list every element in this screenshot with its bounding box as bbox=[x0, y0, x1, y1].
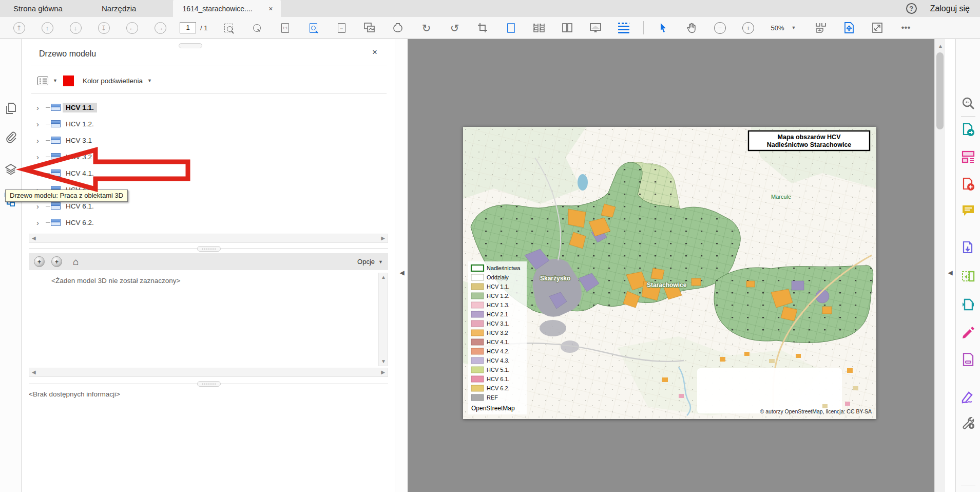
tab-home[interactable]: Strona główna bbox=[1, 0, 75, 17]
zoom-in-button[interactable]: + bbox=[739, 19, 757, 36]
expand-chevron-icon[interactable]: › bbox=[36, 136, 46, 145]
panel-resize-handle[interactable] bbox=[179, 43, 202, 48]
select-tool-button[interactable] bbox=[655, 19, 672, 36]
tab-tools[interactable]: Narzędzia bbox=[89, 0, 149, 17]
scroll-left-icon[interactable]: ◀ bbox=[32, 236, 36, 241]
page-number-input[interactable]: 1 bbox=[180, 22, 196, 33]
certificates-button[interactable] bbox=[962, 390, 975, 404]
fit-width-icon: ↔ bbox=[338, 23, 345, 33]
tree-item[interactable]: ›HCV 1.1. bbox=[36, 99, 97, 116]
expand-chevron-icon[interactable]: › bbox=[36, 169, 46, 178]
tree-item[interactable]: ›HCV 4.1. bbox=[36, 165, 97, 181]
panel-splitter-2[interactable] bbox=[29, 381, 388, 387]
more-tools-button[interactable] bbox=[962, 416, 975, 429]
expand-chevron-icon[interactable]: › bbox=[36, 153, 46, 161]
marquee-zoom-button[interactable] bbox=[220, 19, 237, 36]
scroll-up-icon[interactable]: ▲ bbox=[381, 275, 386, 280]
object-data-button[interactable] bbox=[389, 19, 407, 36]
scroll-left-icon[interactable]: ◀ bbox=[32, 370, 36, 375]
read-mode-button[interactable] bbox=[869, 19, 886, 36]
tree-item[interactable]: ›HCV 3.2 bbox=[36, 148, 95, 165]
panel-close-icon[interactable]: × bbox=[372, 47, 377, 58]
edit-pdf-button[interactable] bbox=[962, 150, 975, 163]
tab-close-icon[interactable]: × bbox=[267, 5, 274, 13]
panel-splitter[interactable] bbox=[29, 246, 388, 252]
next-page-button[interactable]: ↓ bbox=[67, 19, 84, 36]
previous-view-button[interactable]: ← bbox=[123, 19, 141, 36]
scroll-up-icon[interactable]: ▲ bbox=[938, 43, 943, 49]
map-legend: Nadleśnictwa Oddziały HCV 1.1. HCV 1.2. … bbox=[468, 261, 527, 414]
tree-item[interactable]: ›HCV 3.1 bbox=[36, 132, 95, 148]
fill-sign-button[interactable] bbox=[962, 326, 975, 339]
dynamic-zoom-button[interactable] bbox=[248, 19, 265, 36]
splitter-handle[interactable] bbox=[197, 246, 221, 252]
search-tool-button[interactable] bbox=[962, 97, 975, 110]
highlight-color-caret-icon[interactable]: ▼ bbox=[147, 78, 152, 83]
tree-item[interactable]: ›HCV 1.2. bbox=[36, 116, 97, 132]
document-vertical-scrollbar[interactable]: ▲ bbox=[934, 39, 945, 492]
legend-label: HCV 1.2. bbox=[487, 293, 510, 299]
tree-item[interactable]: ›HCV 6.2. bbox=[36, 214, 97, 231]
more-tools-menu[interactable]: ••• bbox=[897, 19, 914, 36]
expand-chevron-icon[interactable]: › bbox=[36, 120, 46, 128]
blue-page-icon bbox=[507, 23, 515, 33]
next-view-button[interactable]: → bbox=[151, 19, 169, 36]
two-page-view-button[interactable] bbox=[559, 19, 576, 36]
rotate-clockwise-button[interactable]: ↻ bbox=[417, 19, 435, 36]
page-thumbnails-button[interactable] bbox=[4, 102, 17, 116]
edit-images-button[interactable] bbox=[361, 19, 378, 36]
zoom-out-button[interactable]: − bbox=[711, 19, 728, 36]
scroll-down-icon[interactable]: ▼ bbox=[381, 359, 386, 364]
orbit-previous-icon[interactable]: + bbox=[34, 256, 45, 267]
create-pdf-button[interactable] bbox=[962, 178, 975, 191]
hand-tool-button[interactable] bbox=[683, 19, 700, 36]
options-menu[interactable]: Opcje ▼ bbox=[357, 258, 383, 266]
collapse-left-panel-button[interactable]: ◀ bbox=[396, 265, 408, 280]
highlight-color-swatch[interactable] bbox=[63, 75, 74, 86]
scrollbar-thumb[interactable] bbox=[936, 52, 944, 129]
scroll-right-icon[interactable]: ▶ bbox=[381, 370, 385, 375]
scroll-right-icon[interactable]: ▶ bbox=[381, 236, 385, 241]
view-options-icon[interactable] bbox=[37, 77, 48, 85]
home-view-icon[interactable]: ⌂ bbox=[73, 256, 79, 268]
actual-size-button[interactable]: 1:1 bbox=[276, 19, 294, 36]
rotate-counterclockwise-button[interactable]: ↺ bbox=[446, 19, 463, 36]
combine-files-button[interactable] bbox=[962, 241, 975, 255]
previous-page-button[interactable]: ↑ bbox=[39, 19, 56, 36]
view-options-caret-icon[interactable]: ▼ bbox=[53, 78, 57, 83]
tree-horizontal-scrollbar[interactable]: ◀ ▶ bbox=[29, 234, 388, 243]
page-templates-button[interactable] bbox=[502, 19, 520, 36]
collapse-right-panel-button[interactable]: ◀ bbox=[945, 265, 956, 280]
sign-in-button[interactable]: Zaloguj się bbox=[930, 4, 970, 13]
zoom-to-page-level-button[interactable] bbox=[304, 19, 322, 36]
prepare-form-button[interactable] bbox=[962, 353, 975, 366]
organize-pages-button[interactable] bbox=[962, 270, 975, 283]
full-screen-button[interactable] bbox=[587, 19, 604, 36]
expand-chevron-icon[interactable]: › bbox=[36, 218, 46, 227]
left-navigation-rail bbox=[0, 39, 22, 492]
compress-pdf-button[interactable] bbox=[962, 298, 975, 311]
export-pdf-button[interactable] bbox=[962, 123, 975, 137]
panel-vertical-scrollbar[interactable]: ▲ ▼ bbox=[378, 273, 388, 366]
info-horizontal-scrollbar[interactable]: ◀ ▶ bbox=[29, 368, 388, 377]
comment-tool-button[interactable] bbox=[962, 204, 975, 217]
scrolling-mode-button[interactable] bbox=[812, 19, 830, 36]
layers-button[interactable] bbox=[4, 163, 17, 176]
splitter-handle[interactable] bbox=[197, 381, 221, 387]
tab-document[interactable]: 1614_starachowice.... × bbox=[173, 0, 281, 17]
expand-chevron-icon[interactable]: › bbox=[36, 202, 46, 211]
last-page-button[interactable]: ↧ bbox=[95, 19, 112, 36]
zoom-caret-icon: ▼ bbox=[792, 25, 796, 30]
legend-label: HCV 1.3. bbox=[487, 302, 510, 308]
help-icon[interactable]: ? bbox=[906, 3, 917, 14]
line-weights-button[interactable] bbox=[615, 19, 632, 36]
zoom-level-select[interactable]: 50% ▼ bbox=[767, 23, 799, 33]
attachments-button[interactable] bbox=[4, 131, 17, 144]
fit-one-page-button[interactable] bbox=[840, 19, 858, 36]
orbit-next-icon[interactable]: + bbox=[51, 256, 62, 267]
first-page-button[interactable]: ↥ bbox=[10, 19, 28, 36]
crop-pages-button[interactable] bbox=[474, 19, 491, 36]
expand-chevron-icon[interactable]: › bbox=[36, 103, 46, 112]
fit-width-button[interactable]: ↔ bbox=[333, 19, 350, 36]
split-view-button[interactable] bbox=[530, 19, 548, 36]
